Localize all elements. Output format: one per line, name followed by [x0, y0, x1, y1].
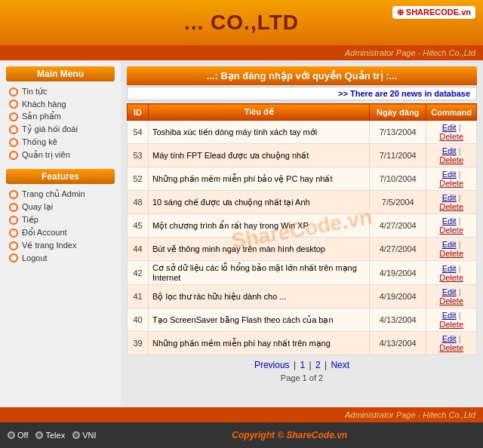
- table-row: 40 Tạo ScreenSaver bằng Flash theo cách …: [128, 308, 477, 332]
- radio-off[interactable]: Off: [8, 431, 28, 440]
- cell-title: Máy tính FPT Elead được ưa chuộng nhất: [149, 144, 370, 167]
- table-row: 53 Máy tính FPT Elead được ưa chuộng nhấ…: [128, 144, 477, 167]
- edit-link[interactable]: Edit: [442, 240, 457, 249]
- sidebar-item-tin-tuc[interactable]: Tin tức: [6, 85, 115, 98]
- radio-telex[interactable]: Telex: [35, 431, 65, 440]
- sidebar-item-ty-gia[interactable]: Tỷ giá hối đoái: [6, 123, 115, 136]
- edit-link[interactable]: Edit: [442, 311, 457, 320]
- sidebar-item-doi-account[interactable]: Đổi Account: [6, 226, 115, 239]
- table-row: 41 Bộ lọc thư rác hữu hiệu dành cho ... …: [128, 285, 477, 308]
- delete-link[interactable]: Delete: [439, 179, 463, 188]
- sidebar-item-quay-lai[interactable]: Quay lại: [6, 201, 115, 213]
- cell-id: 39: [128, 332, 149, 355]
- delete-link[interactable]: Delete: [439, 226, 463, 235]
- delete-link[interactable]: Delete: [439, 202, 463, 211]
- cell-date: 4/13/2004: [370, 332, 426, 355]
- sidebar-item-ve-trang-index[interactable]: Về trang Index: [6, 239, 115, 252]
- cell-date: 7/5/2004: [370, 191, 426, 214]
- pagination: Previous | 1 | 2 | Next: [127, 355, 477, 372]
- edit-link[interactable]: Edit: [442, 123, 457, 132]
- features-title: Features: [6, 169, 115, 184]
- sidebar-item-san-pham[interactable]: Sản phẩm: [6, 110, 115, 123]
- footer: Off Telex VNI Copyright © ShareCode.vn: [0, 422, 483, 448]
- edit-link[interactable]: Edit: [442, 216, 457, 226]
- cell-title: Một chương trình ẩn rất hay trong Win XP: [149, 214, 370, 238]
- cmd-sep: |: [459, 311, 461, 320]
- table-row: 54 Toshiba xúc tiến dòng máy tính xách t…: [128, 121, 477, 144]
- table-row: 44 Bút vẽ thông minh ngay trên màn hình …: [128, 238, 477, 261]
- delete-link[interactable]: Delete: [439, 155, 463, 164]
- news-table: ID Tiêu đề Ngày đăng Command 54 Toshiba …: [127, 103, 477, 355]
- cell-id: 40: [128, 308, 149, 332]
- cell-title: Những phần mềm miễn phí hay nhất trên mạ…: [149, 332, 370, 355]
- cmd-sep: |: [459, 216, 461, 226]
- bullet-icon: [9, 216, 18, 225]
- prev-link[interactable]: Previous: [254, 360, 290, 370]
- table-header-row: ID Tiêu đề Ngày đăng Command: [128, 104, 477, 121]
- bullet-icon: [9, 241, 18, 250]
- sidebar: Main Menu Tin tức Khách hàng Sản phẩm Tỷ…: [0, 60, 121, 407]
- delete-link[interactable]: Delete: [439, 343, 463, 352]
- page1-link[interactable]: 1: [300, 360, 305, 370]
- sidebar-item-khach-hang[interactable]: Khách hàng: [6, 98, 115, 110]
- sidebar-item-trang-chu-admin[interactable]: Trang chủ Admin: [6, 188, 115, 201]
- cell-date: 4/19/2004: [370, 285, 426, 308]
- page2-link[interactable]: 2: [315, 360, 321, 370]
- bullet-icon: [9, 112, 18, 121]
- radio-dot-vni: [72, 431, 80, 439]
- cell-title: Những phần mềm miễn phí bảo vệ PC hay nh…: [149, 167, 370, 191]
- table-row: 42 Cơ sở dữ liệu các lỗ hổng bảo mật lớn…: [128, 261, 477, 285]
- cell-id: 45: [128, 214, 149, 238]
- cell-cmd: Edit | Delete: [426, 167, 477, 191]
- top-header: ... CO.,LTD ⊕ SHARECODE.vn: [0, 0, 483, 45]
- sidebar-item-logout[interactable]: Logout: [6, 252, 115, 264]
- delete-link[interactable]: Delete: [439, 249, 463, 258]
- radio-vni[interactable]: VNI: [72, 431, 96, 440]
- cell-cmd: Edit | Delete: [426, 332, 477, 355]
- cell-cmd: Edit | Delete: [426, 214, 477, 238]
- bullet-icon: [9, 100, 18, 109]
- cell-cmd: Edit | Delete: [426, 285, 477, 308]
- content-header: ...: Bạn đăng nhập với quyền Quản trị :.…: [127, 66, 477, 85]
- delete-link[interactable]: Delete: [439, 273, 463, 282]
- news-count-bar: >> There are 20 news in database: [127, 87, 477, 100]
- cmd-sep: |: [459, 287, 461, 296]
- edit-link[interactable]: Edit: [442, 264, 457, 273]
- sidebar-item-tiep[interactable]: Tiếp: [6, 213, 115, 226]
- cell-id: 42: [128, 261, 149, 285]
- delete-link[interactable]: Delete: [439, 320, 463, 329]
- main-layout: Main Menu Tin tức Khách hàng Sản phẩm Tỷ…: [0, 60, 483, 407]
- cell-date: 4/27/2004: [370, 214, 426, 238]
- cell-cmd: Edit | Delete: [426, 191, 477, 214]
- cell-date: 7/10/2004: [370, 167, 426, 191]
- cell-cmd: Edit | Delete: [426, 238, 477, 261]
- delete-link[interactable]: Delete: [439, 296, 463, 305]
- cmd-sep: |: [459, 170, 461, 179]
- edit-link[interactable]: Edit: [442, 146, 457, 155]
- next-link[interactable]: Next: [331, 360, 349, 370]
- edit-link[interactable]: Edit: [442, 334, 457, 343]
- radio-dot-telex: [35, 431, 43, 439]
- sidebar-item-thong-ke[interactable]: Thống kê: [6, 136, 115, 149]
- cell-cmd: Edit | Delete: [426, 261, 477, 285]
- table-row: 45 Một chương trình ẩn rất hay trong Win…: [128, 214, 477, 238]
- edit-link[interactable]: Edit: [442, 170, 457, 179]
- table-container: ShareCode.vn ID Tiêu đề Ngày đăng Comman…: [127, 103, 477, 355]
- page-info: Page 1 of 2: [127, 372, 477, 384]
- page-sep3: |: [325, 360, 329, 370]
- cmd-sep: |: [459, 146, 461, 155]
- edit-link[interactable]: Edit: [442, 287, 457, 296]
- cmd-sep: |: [459, 240, 461, 249]
- cell-cmd: Edit | Delete: [426, 308, 477, 332]
- bullet-icon: [9, 229, 18, 238]
- main-menu-title: Main Menu: [6, 66, 115, 81]
- bullet-icon: [9, 253, 18, 262]
- sidebar-item-quan-tri-vien[interactable]: Quản trị viên: [6, 149, 115, 161]
- cell-title: Bút vẽ thông minh ngay trên màn hình des…: [149, 238, 370, 261]
- col-header-cmd: Command: [426, 104, 477, 121]
- bullet-icon: [9, 87, 18, 97]
- delete-link[interactable]: Delete: [439, 132, 463, 141]
- cell-date: 4/19/2004: [370, 261, 426, 285]
- edit-link[interactable]: Edit: [442, 193, 457, 202]
- cell-id: 53: [128, 144, 149, 167]
